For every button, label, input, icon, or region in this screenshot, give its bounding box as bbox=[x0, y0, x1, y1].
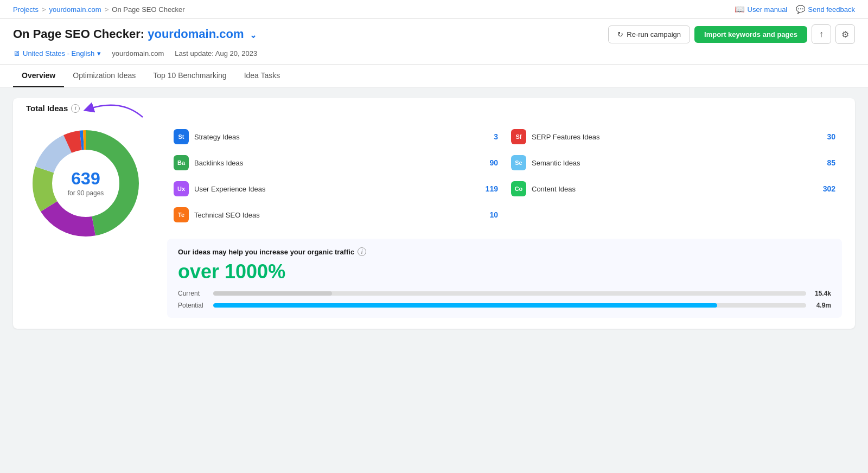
send-feedback-icon: 💬 bbox=[796, 5, 805, 14]
rerun-button[interactable]: ↻ Re-run campaign bbox=[608, 25, 690, 43]
serp-label: SERP Features Ideas bbox=[532, 133, 814, 141]
semantic-badge: Se bbox=[511, 155, 526, 170]
donut-chart: 639 for 90 pages bbox=[26, 124, 145, 243]
header-controls: ↻ Re-run campaign Import keywords and pa… bbox=[608, 24, 855, 44]
technical-label: Technical SEO Ideas bbox=[194, 211, 476, 219]
traffic-box: Our ideas may help you increase your org… bbox=[167, 239, 842, 318]
idea-row-content[interactable]: Co Content Ideas 302 bbox=[505, 176, 842, 202]
content-badge: Co bbox=[511, 181, 526, 196]
ux-badge: Ux bbox=[174, 181, 189, 196]
semantic-label: Semantic Ideas bbox=[532, 159, 814, 167]
donut-number: 639 bbox=[68, 170, 104, 187]
location-selector[interactable]: 🖥 United States - English ▾ bbox=[13, 49, 101, 57]
breadcrumb-domain[interactable]: yourdomain.com bbox=[49, 5, 101, 14]
technical-count: 10 bbox=[482, 210, 498, 219]
serp-count: 30 bbox=[819, 132, 835, 141]
send-feedback-link[interactable]: 💬 Send feedback bbox=[796, 5, 855, 14]
total-ideas-card: Total Ideas i bbox=[13, 98, 855, 329]
content-area: Total Ideas i bbox=[0, 87, 868, 340]
ideas-section: St Strategy Ideas 3 Sf SERP Features Ide… bbox=[167, 124, 842, 318]
traffic-info[interactable]: i bbox=[358, 247, 366, 256]
page-title: On Page SEO Checker: yourdomain.com ⌄ bbox=[13, 27, 257, 41]
idea-row-backlinks[interactable]: Ba Backlinks Ideas 90 bbox=[167, 150, 505, 176]
potential-label: Potential bbox=[178, 302, 208, 309]
donut-sub: for 90 pages bbox=[68, 189, 104, 197]
top-bar: Projects > yourdomain.com > On Page SEO … bbox=[0, 0, 868, 19]
tabs-row: Overview Optimization Ideas Top 10 Bench… bbox=[0, 65, 868, 87]
potential-bar-fill bbox=[213, 303, 717, 308]
technical-badge: Te bbox=[174, 207, 189, 222]
breadcrumb-projects[interactable]: Projects bbox=[13, 5, 39, 14]
backlinks-badge: Ba bbox=[174, 155, 189, 170]
strategy-label: Strategy Ideas bbox=[194, 133, 476, 141]
traffic-bars: Current 15.4k Potential 4.9m bbox=[178, 290, 831, 309]
backlinks-label: Backlinks Ideas bbox=[194, 159, 476, 167]
ux-label: User Experience Ideas bbox=[194, 185, 476, 193]
strategy-badge: St bbox=[174, 129, 189, 144]
total-ideas-label: Total Ideas bbox=[26, 104, 68, 113]
traffic-percent: over 1000% bbox=[178, 260, 831, 283]
breadcrumb-page: On Page SEO Checker bbox=[112, 5, 184, 14]
meta-domain: yourdomain.com bbox=[112, 49, 164, 57]
upload-icon: ↑ bbox=[819, 29, 824, 39]
idea-row-technical[interactable]: Te Technical SEO Ideas 10 bbox=[167, 202, 505, 228]
page-title-static: On Page SEO Checker: bbox=[13, 27, 144, 41]
breadcrumb-sep1: > bbox=[42, 5, 46, 14]
backlinks-count: 90 bbox=[482, 158, 498, 167]
traffic-title-text: Our ideas may help you increase your org… bbox=[178, 248, 354, 256]
location-label: United States - English bbox=[23, 49, 94, 57]
tab-overview[interactable]: Overview bbox=[13, 65, 64, 87]
user-manual-icon: 📖 bbox=[735, 4, 745, 14]
bar-row-potential: Potential 4.9m bbox=[178, 302, 831, 309]
rerun-label: Re-run campaign bbox=[627, 30, 681, 39]
settings-button[interactable]: ⚙ bbox=[835, 24, 855, 44]
overview-body: 639 for 90 pages St Strategy Ideas 3 Sf … bbox=[26, 124, 842, 318]
domain-link[interactable]: yourdomain.com ⌄ bbox=[148, 27, 256, 41]
strategy-count: 3 bbox=[482, 132, 498, 141]
breadcrumb-sep2: > bbox=[105, 5, 109, 14]
domain-dropdown-icon: ⌄ bbox=[250, 30, 257, 40]
import-label: Import keywords and pages bbox=[704, 30, 797, 39]
breadcrumb: Projects > yourdomain.com > On Page SEO … bbox=[13, 5, 185, 14]
meta-last-update: Last update: Aug 20, 2023 bbox=[175, 49, 257, 57]
meta-row: 🖥 United States - English ▾ yourdomain.c… bbox=[13, 49, 855, 64]
rerun-icon: ↻ bbox=[617, 30, 623, 39]
tab-optimization[interactable]: Optimization Ideas bbox=[64, 65, 144, 87]
upload-button[interactable]: ↑ bbox=[812, 24, 831, 44]
content-count: 302 bbox=[819, 184, 835, 193]
import-button[interactable]: Import keywords and pages bbox=[694, 26, 807, 43]
header-bar: On Page SEO Checker: yourdomain.com ⌄ ↻ … bbox=[0, 19, 868, 65]
top-actions: 📖 User manual 💬 Send feedback bbox=[735, 4, 855, 14]
location-chevron: ▾ bbox=[97, 49, 101, 57]
serp-badge: Sf bbox=[511, 129, 526, 144]
donut-center: 639 for 90 pages bbox=[68, 170, 104, 197]
content-label: Content Ideas bbox=[532, 185, 814, 193]
potential-bar-track bbox=[213, 303, 806, 308]
gear-icon: ⚙ bbox=[841, 29, 849, 40]
user-manual-label: User manual bbox=[748, 5, 788, 14]
idea-placeholder bbox=[505, 202, 842, 228]
idea-row-serp[interactable]: Sf SERP Features Ideas 30 bbox=[505, 124, 842, 150]
potential-value: 4.9m bbox=[812, 302, 831, 309]
current-value: 15.4k bbox=[812, 290, 831, 297]
semantic-count: 85 bbox=[819, 158, 835, 167]
send-feedback-label: Send feedback bbox=[808, 5, 855, 14]
user-manual-link[interactable]: 📖 User manual bbox=[735, 4, 788, 14]
total-ideas-info[interactable]: i bbox=[71, 104, 80, 113]
current-bar-track bbox=[213, 291, 806, 296]
idea-row-ux[interactable]: Ux User Experience Ideas 119 bbox=[167, 176, 505, 202]
bar-row-current: Current 15.4k bbox=[178, 290, 831, 297]
current-label: Current bbox=[178, 290, 208, 297]
idea-row-strategy[interactable]: St Strategy Ideas 3 bbox=[167, 124, 505, 150]
tab-tasks[interactable]: Idea Tasks bbox=[235, 65, 289, 87]
idea-row-semantic[interactable]: Se Semantic Ideas 85 bbox=[505, 150, 842, 176]
ideas-grid: St Strategy Ideas 3 Sf SERP Features Ide… bbox=[167, 124, 842, 228]
current-bar-fill bbox=[213, 291, 332, 296]
card-title: Total Ideas i bbox=[26, 104, 842, 113]
monitor-icon: 🖥 bbox=[13, 49, 20, 57]
header-top: On Page SEO Checker: yourdomain.com ⌄ ↻ … bbox=[13, 24, 855, 49]
tab-benchmarking[interactable]: Top 10 Benchmarking bbox=[144, 65, 235, 87]
traffic-title: Our ideas may help you increase your org… bbox=[178, 247, 831, 256]
ux-count: 119 bbox=[482, 184, 498, 193]
